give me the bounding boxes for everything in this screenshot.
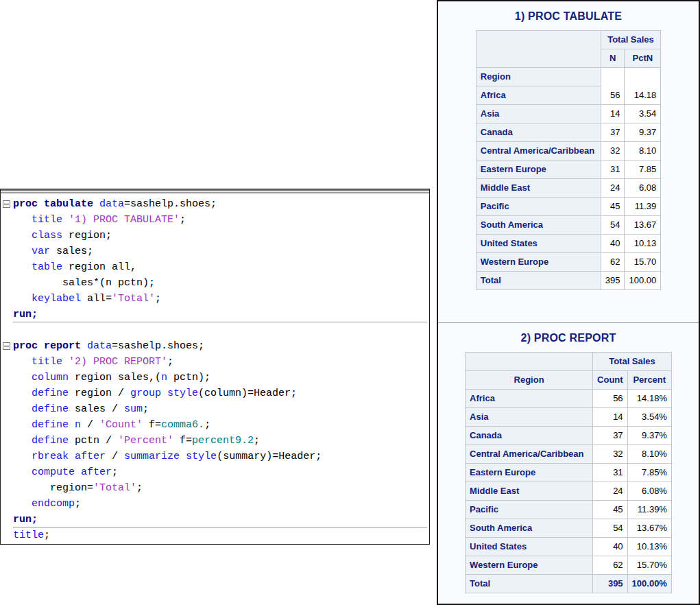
- code-text: run;: [13, 309, 38, 320]
- region-name-cell: Asia: [466, 408, 593, 427]
- region-name-cell: United States: [476, 235, 601, 253]
- count-cell: 45: [593, 501, 628, 519]
- report-title: 2) PROC REPORT: [438, 323, 699, 344]
- code-text: endcomp;: [13, 498, 81, 510]
- code-line: define sales / sum;: [1, 401, 429, 417]
- count-cell: 24: [593, 482, 628, 501]
- n-cell: 395: [601, 272, 625, 290]
- table-row: Western Europe6215.70%: [466, 556, 672, 575]
- code-line: run;: [1, 512, 429, 527]
- percent-cell: 14.18%: [627, 390, 671, 408]
- pctn-cell: 6.08: [625, 179, 661, 198]
- pctn-cell: 13.67: [625, 216, 661, 235]
- col-header-percent: Percent: [627, 371, 671, 390]
- total-row: Total395100.00%: [466, 575, 672, 593]
- code-body: proc tabulate data=sashelp.shoes; title …: [1, 193, 429, 543]
- code-text: keylabel all='Total';: [13, 293, 161, 305]
- n-cell: 24: [601, 179, 625, 198]
- table-row: Western Europe6215.70: [476, 253, 660, 272]
- region-name-cell: Pacific: [466, 501, 593, 519]
- region-name-cell: Eastern Europe: [466, 464, 593, 482]
- table-row: Canada379.37: [476, 123, 660, 142]
- region-name-cell: United States: [466, 538, 593, 556]
- pctn-cell: 14.18: [625, 68, 661, 105]
- code-line: sales*(n pctn);: [1, 275, 429, 291]
- code-line: title;: [1, 527, 429, 543]
- col-header-pctn: PctN: [625, 49, 661, 68]
- n-cell: 62: [601, 253, 625, 272]
- table-row: Central America/Caribbean328.10: [476, 142, 660, 161]
- code-text: define region / group style(column)=Head…: [13, 388, 297, 399]
- region-name-cell: Western Europe: [466, 556, 593, 575]
- table-row: United States4010.13: [476, 235, 660, 253]
- code-line: [1, 322, 429, 338]
- code-line: endcomp;: [1, 496, 429, 512]
- n-cell: 40: [601, 235, 625, 253]
- code-text: var sales;: [13, 246, 93, 257]
- code-editor[interactable]: proc tabulate data=sashelp.shoes; title …: [0, 189, 430, 545]
- region-name-cell: South America: [476, 216, 601, 235]
- percent-cell: 10.13%: [627, 538, 671, 556]
- table-row: Canada379.37%: [466, 427, 672, 445]
- n-cell: 31: [601, 161, 625, 179]
- pctn-cell: 10.13: [625, 235, 661, 253]
- results-panel: 1) PROC TABULATE Total Sales N PctN Regi…: [437, 0, 700, 605]
- table-row: South America5413.67: [476, 216, 660, 235]
- region-name-cell: Central America/Caribbean: [466, 445, 593, 464]
- n-cell: 32: [601, 142, 625, 161]
- pctn-cell: 100.00: [625, 272, 661, 290]
- table-row: Middle East246.08%: [466, 482, 672, 501]
- tabulate-table: Total Sales N PctN Region5614.18AfricaAs…: [476, 30, 661, 290]
- tabulate-title: 1) PROC TABULATE: [438, 1, 699, 23]
- code-line: run;: [1, 307, 429, 322]
- table-row: Pacific4511.39: [476, 198, 660, 216]
- code-text: run;: [13, 514, 38, 525]
- percent-cell: 3.54%: [627, 408, 671, 427]
- code-line: rbreak after / summarize style(summary)=…: [1, 449, 429, 464]
- code-line: title '2) PROC REPORT';: [1, 354, 429, 370]
- percent-cell: 100.00%: [627, 575, 671, 593]
- code-line: define region / group style(column)=Head…: [1, 385, 429, 401]
- percent-cell: 15.70%: [627, 556, 671, 575]
- code-text: define sales / sum;: [13, 403, 149, 415]
- tabulate-output-section: 1) PROC TABULATE Total Sales N PctN Regi…: [438, 1, 699, 323]
- code-text: table region all,: [13, 261, 136, 273]
- region-name-cell: Eastern Europe: [476, 161, 601, 179]
- code-line: region='Total';: [1, 480, 429, 496]
- region-name-cell: Central America/Caribbean: [476, 142, 601, 161]
- percent-cell: 6.08%: [627, 482, 671, 501]
- spanner-header: Total Sales: [593, 353, 672, 371]
- table-row: Africa5614.18%: [466, 390, 672, 408]
- table-row: Asia143.54%: [466, 408, 672, 427]
- pctn-cell: 11.39: [625, 198, 661, 216]
- region-name-cell: Africa: [476, 86, 601, 105]
- report-table: Total Sales Region Count Percent Africa5…: [465, 352, 672, 593]
- sas-workspace: proc tabulate data=sashelp.shoes; title …: [0, 0, 700, 605]
- code-line: keylabel all='Total';: [1, 291, 429, 307]
- pctn-cell: 15.70: [625, 253, 661, 272]
- code-line: define pctn / 'Percent' f=percent9.2;: [1, 433, 429, 449]
- region-name-cell: South America: [466, 519, 593, 538]
- n-cell: 14: [601, 105, 625, 123]
- fold-collapse-icon[interactable]: [3, 200, 10, 208]
- report-output-section: 2) PROC REPORT Total Sales Region Count …: [438, 323, 699, 593]
- total-label-cell: Total: [476, 272, 601, 290]
- corner-cell: [476, 31, 601, 68]
- code-text: proc tabulate data=sashelp.shoes;: [13, 198, 217, 210]
- code-text: rbreak after / summarize style(summary)=…: [13, 451, 322, 462]
- table-row: Central America/Caribbean328.10%: [466, 445, 672, 464]
- fold-collapse-icon[interactable]: [3, 342, 10, 350]
- region-name-cell: Africa: [466, 390, 593, 408]
- table-row: Middle East246.08: [476, 179, 660, 198]
- count-cell: 56: [593, 390, 628, 408]
- table-row: Pacific4511.39%: [466, 501, 672, 519]
- code-line: proc tabulate data=sashelp.shoes;: [1, 196, 429, 212]
- region-name-cell: Canada: [476, 123, 601, 142]
- pctn-cell: 7.85: [625, 161, 661, 179]
- col-header-count: Count: [593, 371, 628, 390]
- code-text: class region;: [13, 230, 112, 241]
- percent-cell: 8.10%: [627, 445, 671, 464]
- code-text: title '2) PROC REPORT';: [13, 356, 173, 368]
- code-text: define pctn / 'Percent' f=percent9.2;: [13, 435, 260, 447]
- percent-cell: 13.67%: [627, 519, 671, 538]
